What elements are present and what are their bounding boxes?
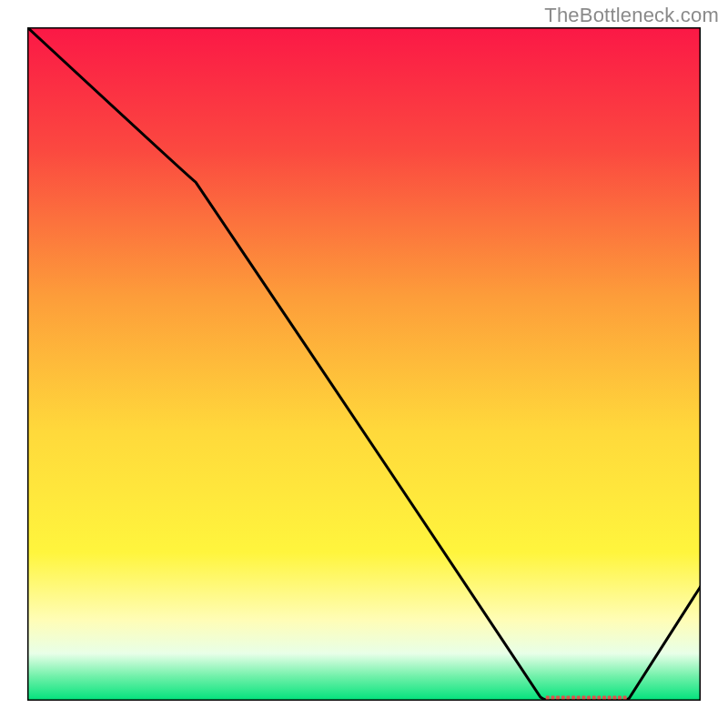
bottleneck-chart — [27, 27, 701, 701]
chart-frame: TheBottleneck.com — [0, 0, 728, 728]
plot-area — [27, 27, 701, 701]
gradient-background — [27, 27, 701, 701]
attribution-text: TheBottleneck.com — [544, 4, 719, 27]
